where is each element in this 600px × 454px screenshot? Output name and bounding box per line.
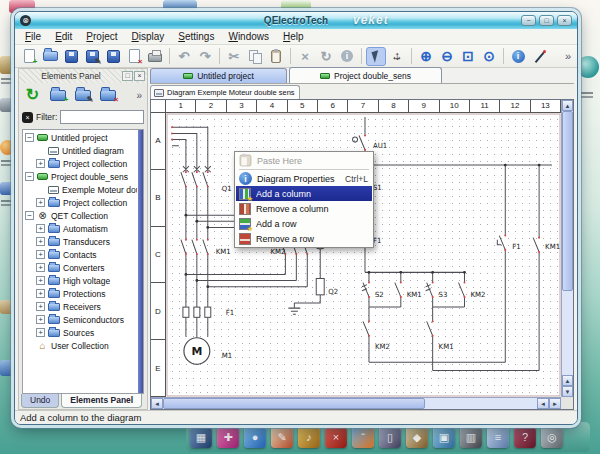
desktop-icon[interactable] (0, 56, 13, 74)
tree-item-sources[interactable]: +Sources (23, 326, 137, 339)
tree-item-receivers[interactable]: +Receivers (23, 300, 137, 313)
tree-item-transducers[interactable]: +Transducers (23, 235, 137, 248)
tree-expander[interactable]: + (36, 198, 45, 207)
scroll-down-button[interactable]: ▼ (562, 386, 573, 397)
context-menu-item-add-a-row[interactable]: Add a row (236, 216, 372, 231)
tree-expander[interactable]: + (36, 224, 45, 233)
menu-file[interactable]: File (25, 31, 41, 42)
title-bar[interactable]: ⊗ QElectroTech veket − □ × (15, 12, 577, 29)
tree-item-contacts[interactable]: +Contacts (23, 248, 137, 261)
reload-collections-button[interactable]: ↻ (22, 85, 43, 105)
desktop-icon[interactable] (0, 98, 13, 112)
tree-item-project-double-sens[interactable]: −Project double_sens (23, 170, 137, 183)
save-all-button[interactable] (103, 47, 123, 66)
dock-icon-documents[interactable]: ▯ (379, 426, 401, 448)
desktop-icon[interactable] (281, 0, 311, 11)
delete-button[interactable]: × (295, 47, 315, 66)
tree-expander[interactable]: − (25, 133, 34, 142)
tree-expander[interactable]: − (25, 211, 34, 220)
menu-settings[interactable]: Settings (178, 31, 214, 42)
vertical-scrollbar[interactable]: ▲ ▲ ▼ (561, 100, 573, 397)
close-file-button[interactable]: × (124, 47, 144, 66)
tree-expander[interactable]: + (36, 159, 45, 168)
close-button[interactable]: × (557, 15, 572, 26)
dock-icon-photo[interactable]: ▣ (433, 426, 455, 448)
scroll-left-button[interactable]: ◄ (537, 398, 549, 409)
float-panel-button[interactable]: □ (122, 71, 133, 81)
zoom-out-button[interactable]: ⊖ (437, 47, 457, 66)
tree-item-protections[interactable]: +Protections (23, 287, 137, 300)
zoom-reset-button[interactable]: ⊙ (479, 47, 499, 66)
dock-icon-disk-utility[interactable]: ▥ (460, 426, 482, 448)
tab-undo[interactable]: Undo (21, 394, 59, 408)
tree-item-high-voltage[interactable]: +High voltage (23, 274, 137, 287)
tree-item-converters[interactable]: +Converters (23, 261, 137, 274)
elements-panel-header[interactable]: Elements Panel □ × (19, 69, 147, 83)
dock-icon-paint[interactable]: ◆ (406, 426, 428, 448)
tree-expander[interactable]: + (36, 250, 45, 259)
undo-button[interactable]: ↶ (174, 47, 194, 66)
tree-expander[interactable]: + (36, 276, 45, 285)
dock-icon-screenshot[interactable]: ◎ (541, 426, 563, 448)
minimize-button[interactable]: − (521, 15, 536, 26)
dock-icon-notes[interactable]: ≡ (487, 426, 509, 448)
dock-icon-game[interactable]: × (325, 426, 347, 448)
rotate-button[interactable]: ↻ (316, 47, 336, 66)
toolbar-overflow-chevron[interactable]: » (563, 50, 573, 62)
menu-help[interactable]: Help (283, 31, 304, 42)
desktop-icon[interactable] (577, 56, 599, 78)
new-document-button[interactable]: + (19, 47, 39, 66)
add-conductor-button[interactable] (529, 47, 549, 66)
horizontal-scroll-thumb[interactable] (163, 398, 425, 409)
tab-elements-panel[interactable]: Elements Panel (61, 394, 142, 408)
menu-windows[interactable]: Windows (228, 31, 269, 42)
tree-expander[interactable]: + (36, 237, 45, 246)
menu-display[interactable]: Display (131, 31, 164, 42)
desktop-icon[interactable] (163, 0, 197, 10)
save-button[interactable] (61, 47, 81, 66)
print-button[interactable] (145, 47, 165, 66)
tree-expander[interactable]: + (36, 263, 45, 272)
tab-untitled-project[interactable]: Untitled project (150, 68, 287, 83)
context-menu-item-add-a-column[interactable]: Add a column (236, 186, 372, 201)
desktop-icon[interactable] (0, 300, 13, 314)
tab-diagram[interactable]: Diagram Exemple Moteur double sens (150, 85, 300, 99)
desktop-icon[interactable] (0, 182, 13, 195)
filter-input[interactable] (60, 110, 144, 124)
desktop-icon[interactable] (0, 140, 15, 155)
tree-item-user-collection[interactable]: +User Collection (23, 339, 137, 352)
diagram-info-button[interactable] (508, 47, 528, 66)
tree-item-automatism[interactable]: +Automatism (23, 222, 137, 235)
save-as-button[interactable]: ✎ (82, 47, 102, 66)
close-panel-button[interactable]: × (134, 71, 145, 81)
tree-expander[interactable]: + (36, 328, 45, 337)
tree-item-exemple-moteur-double-[interactable]: +Exemple Moteur double… (23, 183, 137, 196)
tab-project-double-sens[interactable]: Project double_sens (289, 67, 442, 83)
tree-item-qet-collection[interactable]: −QET Collection (23, 209, 137, 222)
element-info-button[interactable] (337, 47, 357, 66)
panel-overflow-chevron[interactable]: » (136, 90, 144, 101)
dock-icon-control-panel[interactable]: ✚ (217, 426, 239, 448)
scroll-up-button[interactable]: ▲ (562, 100, 573, 111)
dock-icon-chat[interactable]: “ (352, 426, 374, 448)
open-project-button[interactable] (40, 47, 60, 66)
menu-edit[interactable]: Edit (55, 31, 72, 42)
select-button[interactable] (366, 47, 386, 66)
tree-item-untitled-project[interactable]: −Untitled project (23, 131, 137, 144)
copy-button[interactable] (245, 47, 265, 66)
dock-icon-file-manager[interactable]: ▦ (190, 426, 212, 448)
horizontal-scrollbar[interactable]: ◄ ◄ ► (151, 397, 561, 409)
edit-category-button[interactable]: ✎ (72, 85, 93, 105)
vertical-scroll-thumb[interactable] (562, 111, 573, 291)
maximize-button[interactable]: □ (539, 15, 554, 26)
tree-expander[interactable]: + (36, 302, 45, 311)
tree-expander[interactable]: + (36, 289, 45, 298)
tree-scrollbar[interactable] (138, 130, 143, 393)
context-menu-item-remove-a-column[interactable]: Remove a column (236, 201, 372, 216)
cut-button[interactable]: ✂ (224, 47, 244, 66)
tree-expander[interactable]: + (36, 315, 45, 324)
new-category-button[interactable]: + (47, 85, 68, 105)
context-menu-item-paste-here[interactable]: Paste Here (236, 153, 372, 168)
tree-item-project-collection[interactable]: +Project collection (23, 196, 137, 209)
tree-item-semiconductors[interactable]: +Semiconductors (23, 313, 137, 326)
